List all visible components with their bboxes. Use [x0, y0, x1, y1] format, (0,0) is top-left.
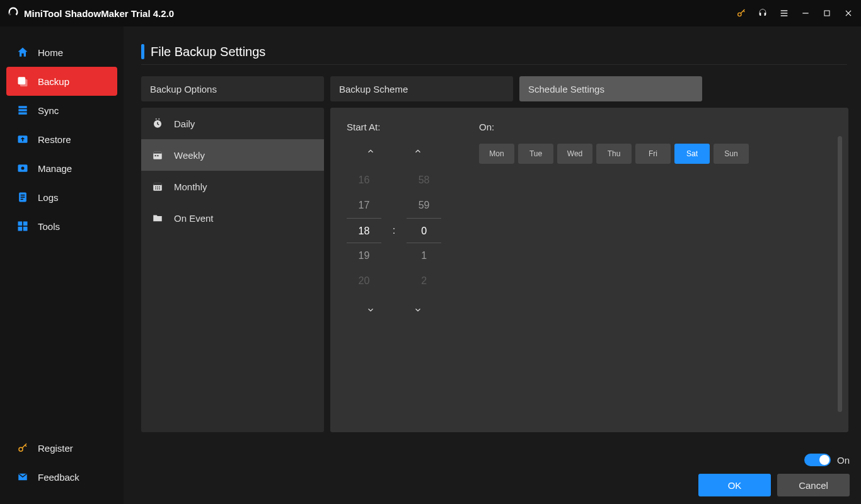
schedule-mode-monthly[interactable]: Monthly [141, 171, 324, 202]
schedule-mode-daily[interactable]: Daily [141, 108, 324, 139]
clock-icon [151, 117, 164, 130]
key-icon[interactable] [736, 8, 746, 18]
day-mon[interactable]: Mon [479, 144, 514, 164]
sidebar-item-label: Sync [38, 105, 59, 116]
svg-point-32 [159, 188, 160, 190]
schedule-detail-panel: Start At: 16 17 18 [330, 108, 848, 432]
svg-rect-5 [824, 11, 829, 16]
tabs: Backup Options Backup Scheme Schedule Se… [141, 76, 848, 101]
day-wed[interactable]: Wed [557, 144, 592, 164]
footer: On OK Cancel [698, 454, 850, 496]
day-label: Thu [608, 149, 621, 158]
svg-point-28 [157, 186, 158, 188]
svg-rect-1 [781, 10, 788, 11]
schedule-mode-label: Weekly [174, 150, 205, 161]
folder-icon [151, 212, 164, 224]
tab-backup-options[interactable]: Backup Options [141, 76, 324, 101]
day-label: Fri [649, 149, 657, 158]
svg-rect-26 [153, 183, 162, 185]
day-sat[interactable]: Sat [674, 144, 710, 164]
svg-point-27 [155, 186, 156, 188]
minimize-icon[interactable] [800, 8, 811, 18]
sidebar-item-restore[interactable]: Restore [6, 125, 117, 154]
logs-icon [16, 191, 29, 203]
sidebar-item-sync[interactable]: Sync [6, 96, 117, 125]
svg-rect-3 [781, 15, 788, 16]
day-tue[interactable]: Tue [518, 144, 553, 164]
app-logo-icon [8, 6, 19, 20]
sidebar-item-label: Backup [38, 76, 69, 87]
close-icon[interactable] [843, 8, 853, 18]
day-label: Sun [724, 149, 737, 158]
backup-icon [16, 75, 29, 88]
restore-icon [16, 133, 29, 146]
sidebar-feedback[interactable]: Feedback [6, 462, 117, 491]
schedule-toggle[interactable] [804, 454, 831, 466]
titlebar: MiniTool ShadowMaker Trial 4.2.0 [0, 0, 861, 26]
sidebar-item-backup[interactable]: Backup [6, 67, 117, 96]
day-label: Sat [686, 149, 698, 158]
svg-rect-16 [23, 222, 28, 226]
svg-rect-13 [21, 197, 25, 198]
title-underline [141, 64, 847, 65]
hour-up-button[interactable] [358, 144, 383, 159]
time-colon: : [393, 225, 395, 236]
headset-icon[interactable] [758, 8, 768, 18]
tab-schedule-settings[interactable]: Schedule Settings [519, 76, 702, 101]
minute-wheel[interactable]: 58 59 0 1 2 [407, 168, 441, 294]
calendar-week-icon [151, 149, 164, 161]
feedback-label: Feedback [38, 472, 79, 483]
home-icon [16, 46, 29, 59]
svg-point-19 [19, 447, 23, 451]
sidebar-item-label: Logs [38, 192, 59, 203]
minute-option: 1 [421, 243, 427, 268]
sidebar-register[interactable]: Register [6, 433, 117, 462]
sidebar: Home Backup Sync Restore Manage Logs [0, 26, 124, 504]
accent-bar [141, 44, 144, 59]
day-sun[interactable]: Sun [714, 144, 749, 164]
sidebar-item-logs[interactable]: Logs [6, 183, 117, 212]
svg-rect-22 [153, 152, 162, 154]
schedule-mode-onevent[interactable]: On Event [141, 202, 324, 234]
schedule-mode-weekly[interactable]: Weekly [141, 139, 324, 171]
content-scrollbar[interactable] [838, 136, 842, 412]
hour-option: 19 [358, 243, 369, 268]
toggle-label: On [837, 455, 850, 466]
sidebar-item-label: Tools [38, 221, 60, 232]
sidebar-item-label: Restore [38, 134, 71, 145]
minute-selected: 0 [407, 218, 441, 243]
svg-rect-7 [20, 79, 28, 87]
content-area: File Backup Settings Backup Options Back… [124, 26, 861, 504]
cancel-button[interactable]: Cancel [777, 474, 850, 496]
minute-down-button[interactable] [405, 302, 430, 318]
schedule-mode-panel: Daily Weekly Monthly On Event [141, 108, 324, 432]
day-label: Mon [489, 149, 504, 158]
sidebar-item-home[interactable]: Home [6, 38, 117, 67]
svg-rect-4 [802, 13, 808, 13]
tab-backup-scheme[interactable]: Backup Scheme [330, 76, 513, 101]
svg-rect-14 [21, 199, 23, 200]
svg-rect-2 [781, 13, 788, 13]
day-thu[interactable]: Thu [596, 144, 632, 164]
hour-down-button[interactable] [358, 302, 383, 318]
hour-wheel[interactable]: 16 17 18 19 20 [347, 168, 381, 294]
ok-button[interactable]: OK [698, 474, 771, 496]
svg-point-29 [159, 186, 160, 188]
svg-rect-23 [155, 155, 156, 156]
menu-icon[interactable] [779, 8, 789, 18]
svg-point-30 [155, 188, 156, 190]
tab-label: Backup Options [150, 84, 217, 94]
day-label: Wed [567, 149, 582, 158]
schedule-mode-label: Daily [174, 118, 195, 129]
start-at-label: Start At: [347, 122, 441, 132]
cancel-label: Cancel [799, 480, 828, 491]
maximize-icon[interactable] [822, 8, 832, 18]
svg-rect-15 [18, 222, 23, 226]
sidebar-item-tools[interactable]: Tools [6, 212, 117, 241]
weekday-buttons: Mon Tue Wed Thu Fri Sat Sun [479, 144, 749, 164]
sidebar-item-manage[interactable]: Manage [6, 154, 117, 183]
page-title: File Backup Settings [151, 45, 265, 59]
minute-up-button[interactable] [405, 144, 430, 159]
day-fri[interactable]: Fri [635, 144, 671, 164]
hour-option: 17 [358, 193, 369, 218]
